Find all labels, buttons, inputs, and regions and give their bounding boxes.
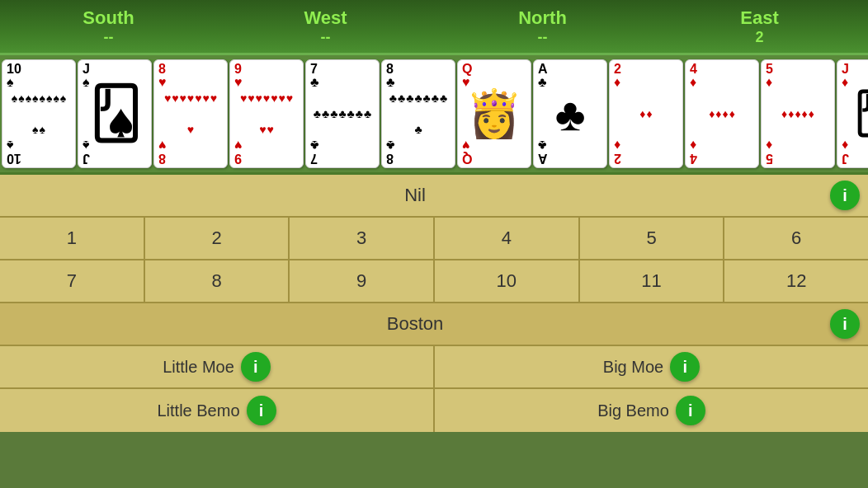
little-moe-cell[interactable]: Little Moe i bbox=[0, 346, 435, 387]
north-sub: -- bbox=[538, 29, 548, 46]
numbers-row-2: 7 8 9 10 11 12 bbox=[0, 260, 868, 303]
south-label: South bbox=[83, 7, 134, 29]
number-2[interactable]: 2 bbox=[145, 218, 290, 259]
boston-label: Boston bbox=[0, 313, 830, 335]
card-js: J♠ 🂫 J♠ bbox=[78, 59, 152, 168]
card-9h: 9♥ ♥♥♥ ♥♥♥ ♥♥♥ 9♥ bbox=[229, 59, 304, 168]
numbers-row-1: 1 2 3 4 5 6 bbox=[0, 218, 868, 260]
big-moe-info-button[interactable]: i bbox=[670, 352, 700, 382]
card-2d: 2♦ ♦♦ 2♦ bbox=[609, 59, 683, 168]
card-jd: J♦ 🂻 J♦ bbox=[837, 59, 868, 168]
big-bemo-info-button[interactable]: i bbox=[676, 396, 705, 425]
card-ac: A♣ ♣ A♣ bbox=[533, 59, 607, 168]
card-4d: 4♦ ♦♦ ♦♦ 4♦ bbox=[685, 59, 759, 168]
cards-area: 10♠ ♠♠♠ ♠♠♠ ♠♠♠ ♠ 10♠ J♠ 🂫 J♠ 8♥ ♥♥♥ ♥♥♥… bbox=[0, 55, 868, 175]
number-12[interactable]: 12 bbox=[724, 260, 868, 302]
number-8[interactable]: 8 bbox=[145, 260, 290, 302]
moe-row: Little Moe i Big Moe i bbox=[0, 346, 868, 389]
card-5d: 5♦ ♦♦ ♦♦ ♦ 5♦ bbox=[761, 59, 835, 168]
little-bemo-cell[interactable]: Little Bemo i bbox=[0, 389, 435, 432]
little-bemo-label: Little Bemo bbox=[157, 401, 239, 420]
number-10[interactable]: 10 bbox=[435, 260, 580, 302]
card-10s: 10♠ ♠♠♠ ♠♠♠ ♠♠♠ ♠ 10♠ bbox=[2, 59, 76, 168]
boston-info-button[interactable]: i bbox=[830, 309, 860, 339]
number-3[interactable]: 3 bbox=[290, 218, 435, 259]
big-moe-cell[interactable]: Big Moe i bbox=[435, 346, 868, 387]
header-south: South -- bbox=[0, 0, 217, 53]
little-bemo-info-button[interactable]: i bbox=[247, 396, 276, 425]
number-6[interactable]: 6 bbox=[724, 218, 868, 259]
east-label: East bbox=[740, 7, 778, 29]
header-east: East 2 bbox=[651, 0, 868, 53]
header: South -- West -- North -- East 2 bbox=[0, 0, 868, 55]
number-7[interactable]: 7 bbox=[0, 260, 145, 302]
nil-info-button[interactable]: i bbox=[830, 181, 860, 210]
number-9[interactable]: 9 bbox=[290, 260, 435, 302]
big-bemo-label: Big Bemo bbox=[597, 401, 669, 420]
card-8h: 8♥ ♥♥♥ ♥♥♥ ♥♥ 8♥ bbox=[153, 59, 228, 168]
boston-row: Boston i bbox=[0, 303, 868, 346]
number-4[interactable]: 4 bbox=[435, 218, 580, 259]
big-bemo-cell[interactable]: Big Bemo i bbox=[435, 389, 868, 432]
header-west: West -- bbox=[217, 0, 434, 53]
north-label: North bbox=[518, 7, 567, 29]
west-label: West bbox=[304, 7, 347, 29]
little-moe-info-button[interactable]: i bbox=[241, 352, 271, 382]
big-moe-label: Big Moe bbox=[603, 358, 663, 377]
little-moe-label: Little Moe bbox=[163, 358, 234, 377]
west-sub: -- bbox=[321, 29, 331, 46]
number-5[interactable]: 5 bbox=[580, 218, 725, 259]
card-qh: Q♥ 👸 Q♥ bbox=[457, 59, 531, 168]
bottom-area: Nil i 1 2 3 4 5 6 7 8 9 10 11 12 Boston … bbox=[0, 175, 868, 432]
nil-label: Nil bbox=[0, 185, 830, 206]
nil-row: Nil i bbox=[0, 175, 868, 218]
card-8c: 8♣ ♣♣♣ ♣♣♣ ♣♣ 8♣ bbox=[381, 59, 455, 168]
number-1[interactable]: 1 bbox=[0, 218, 145, 259]
card-7c: 7♣ ♣♣♣ ♣♣♣ ♣ 7♣ bbox=[305, 59, 380, 168]
east-sub: 2 bbox=[755, 29, 763, 46]
number-11[interactable]: 11 bbox=[580, 260, 725, 302]
bemo-row: Little Bemo i Big Bemo i bbox=[0, 389, 868, 432]
header-north: North -- bbox=[434, 0, 651, 53]
south-sub: -- bbox=[104, 29, 114, 46]
